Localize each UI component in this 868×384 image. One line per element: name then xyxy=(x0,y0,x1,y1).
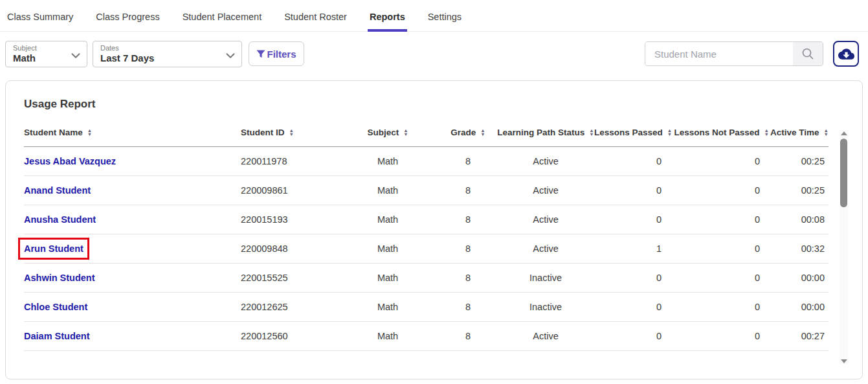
table-row: Daiam Student 220012560 Math 8 Active 0 … xyxy=(24,322,829,351)
dates-select-value: Last 7 Days xyxy=(100,52,222,63)
active-time-cell: 00:25 xyxy=(769,176,829,205)
chevron-down-icon xyxy=(226,50,235,62)
sort-icon[interactable]: ▲▼ xyxy=(289,129,294,137)
funnel-icon xyxy=(256,50,265,58)
search-icon[interactable] xyxy=(793,42,823,65)
page-title: Usage Report xyxy=(6,81,862,111)
sort-icon[interactable]: ▲▼ xyxy=(764,129,769,137)
sort-icon[interactable]: ▲▼ xyxy=(589,129,594,137)
lessons-passed-cell: 0 xyxy=(594,147,672,176)
table-row: Anusha Student 220015193 Math 8 Active 0… xyxy=(24,205,829,234)
student-name-link[interactable]: Jesus Abad Vazquez xyxy=(24,156,116,166)
column-header-active-time[interactable]: Active Time▲▼ xyxy=(769,119,829,147)
lessons-not-passed-cell: 0 xyxy=(672,234,769,264)
column-header-lessons-not-passed[interactable]: Lessons Not Passed▲▼ xyxy=(672,119,769,147)
student-id-cell: 220009861 xyxy=(241,176,337,205)
student-id-cell: 220012560 xyxy=(241,322,337,351)
scrollbar-down-arrow-icon[interactable] xyxy=(841,359,847,363)
grade-cell: 8 xyxy=(439,322,497,351)
grade-cell: 8 xyxy=(439,205,497,234)
download-report-button[interactable] xyxy=(833,41,859,67)
subject-select-label: Subject xyxy=(13,44,67,52)
grade-cell: 8 xyxy=(439,176,497,205)
tab-settings[interactable]: Settings xyxy=(426,6,463,32)
student-id-cell: 220015525 xyxy=(241,264,337,293)
grade-cell: 8 xyxy=(439,293,497,322)
student-id-cell: 220012625 xyxy=(241,293,337,322)
table-row: Chloe Student 220012625 Math 8 Inactive … xyxy=(24,293,829,322)
sort-icon[interactable]: ▲▼ xyxy=(480,129,485,137)
student-name-link[interactable]: Anand Student xyxy=(24,185,91,196)
table-row: Jesus Abad Vazquez 220011978 Math 8 Acti… xyxy=(24,147,829,176)
table-scrollbar[interactable] xyxy=(840,130,848,365)
sort-icon[interactable]: ▲▼ xyxy=(87,129,92,137)
tab-student-placement[interactable]: Student Placement xyxy=(181,6,264,32)
subject-select[interactable]: Subject Math xyxy=(5,41,87,67)
active-time-cell: 00:08 xyxy=(769,205,829,234)
lessons-not-passed-cell: 0 xyxy=(672,205,769,234)
table-row: Arun Student 220009848 Math 8 Active 1 0… xyxy=(24,234,829,264)
lessons-passed-cell: 1 xyxy=(594,234,672,264)
active-time-cell: 00:25 xyxy=(769,147,829,176)
student-name-link[interactable]: Anusha Student xyxy=(24,214,96,225)
usage-report-table: Student Name▲▼ Student ID▲▼ Subject▲▼ Gr… xyxy=(24,119,829,351)
cloud-download-icon xyxy=(838,46,854,62)
student-name-link[interactable]: Ashwin Student xyxy=(24,273,95,283)
scrollbar-thumb[interactable] xyxy=(840,139,847,207)
filter-toolbar: Subject Math Dates Last 7 Days Filters xyxy=(5,40,863,67)
student-id-cell: 220015193 xyxy=(241,205,337,234)
column-header-student-name[interactable]: Student Name▲▼ xyxy=(24,119,241,147)
learning-path-status-cell: Active xyxy=(497,176,594,205)
sort-icon[interactable]: ▲▼ xyxy=(667,129,672,137)
learning-path-status-cell: Inactive xyxy=(497,264,594,293)
table-row: Anand Student 220009861 Math 8 Active 0 … xyxy=(24,176,829,205)
lessons-passed-cell: 0 xyxy=(594,176,672,205)
active-time-cell: 00:00 xyxy=(769,293,829,322)
active-time-cell: 00:27 xyxy=(769,322,829,351)
student-name-link[interactable]: Daiam Student xyxy=(24,331,90,341)
lessons-not-passed-cell: 0 xyxy=(672,264,769,293)
grade-cell: 8 xyxy=(439,234,497,264)
lessons-not-passed-cell: 0 xyxy=(672,322,769,351)
grade-cell: 8 xyxy=(439,264,497,293)
column-header-grade[interactable]: Grade▲▼ xyxy=(439,119,497,147)
lessons-not-passed-cell: 0 xyxy=(672,176,769,205)
dates-select[interactable]: Dates Last 7 Days xyxy=(93,41,242,67)
table-row: Ashwin Student 220015525 Math 8 Inactive… xyxy=(24,264,829,293)
learning-path-status-cell: Inactive xyxy=(497,293,594,322)
lessons-passed-cell: 0 xyxy=(594,264,672,293)
student-id-cell: 220011978 xyxy=(241,147,337,176)
table-header-row: Student Name▲▼ Student ID▲▼ Subject▲▼ Gr… xyxy=(24,119,829,147)
tab-student-roster[interactable]: Student Roster xyxy=(282,6,349,32)
dates-select-label: Dates xyxy=(100,44,222,52)
column-header-lessons-passed[interactable]: Lessons Passed▲▼ xyxy=(594,119,672,147)
student-id-cell: 220009848 xyxy=(241,234,337,264)
subject-cell: Math xyxy=(337,234,439,264)
student-name-link-highlighted[interactable]: Arun Student xyxy=(24,243,83,254)
top-tab-bar: Class Summary Class Progress Student Pla… xyxy=(0,0,868,32)
subject-cell: Math xyxy=(337,264,439,293)
filters-button[interactable]: Filters xyxy=(249,41,304,66)
scrollbar-up-arrow-icon[interactable] xyxy=(841,131,847,135)
sort-icon[interactable]: ▲▼ xyxy=(403,129,408,137)
learning-path-status-cell: Active xyxy=(497,234,594,264)
subject-cell: Math xyxy=(337,176,439,205)
subject-cell: Math xyxy=(337,322,439,351)
lessons-not-passed-cell: 0 xyxy=(672,293,769,322)
subject-select-value: Math xyxy=(13,52,67,63)
learning-path-status-cell: Active xyxy=(497,322,594,351)
column-header-learning-path-status[interactable]: Learning Path Status▲▼ xyxy=(497,119,594,147)
column-header-subject[interactable]: Subject▲▼ xyxy=(337,119,439,147)
tab-class-progress[interactable]: Class Progress xyxy=(94,6,161,32)
active-time-cell: 00:32 xyxy=(769,234,829,264)
sort-icon[interactable]: ▲▼ xyxy=(824,129,829,137)
student-name-search-input[interactable] xyxy=(645,42,793,65)
tab-reports[interactable]: Reports xyxy=(368,6,407,32)
learning-path-status-cell: Active xyxy=(497,205,594,234)
student-name-link[interactable]: Chloe Student xyxy=(24,302,87,312)
tab-class-summary[interactable]: Class Summary xyxy=(5,6,75,32)
lessons-passed-cell: 0 xyxy=(594,293,672,322)
column-header-student-id[interactable]: Student ID▲▼ xyxy=(241,119,337,147)
student-name-search xyxy=(645,41,823,66)
filters-button-label: Filters xyxy=(267,49,296,60)
